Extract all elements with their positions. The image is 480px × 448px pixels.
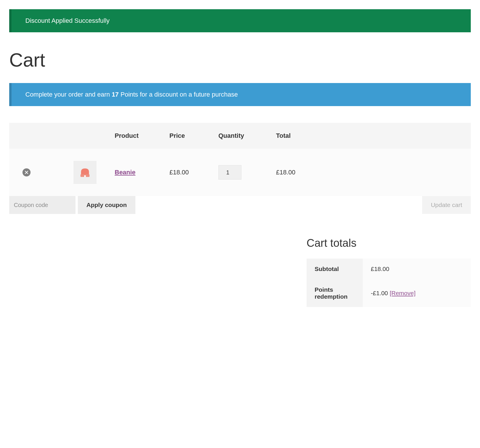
table-row: Beanie £18.00 £18.00	[9, 149, 471, 196]
page-title: Cart	[9, 49, 471, 71]
col-thumb	[60, 123, 110, 149]
quantity-input[interactable]	[218, 165, 241, 180]
totals-table: Subtotal £18.00 Points redemption -£1.00…	[307, 259, 471, 307]
cart-totals-title: Cart totals	[307, 237, 471, 249]
product-total: £18.00	[271, 149, 471, 196]
col-remove	[9, 123, 60, 149]
coupon-group: Apply coupon	[9, 196, 135, 214]
update-cart-button[interactable]: Update cart	[422, 196, 471, 214]
svg-rect-1	[84, 175, 86, 177]
points-notice-value: 17	[112, 91, 119, 98]
points-redemption-row: Points redemption -£1.00 [Remove]	[307, 279, 471, 307]
points-redemption-value: -£1.00 [Remove]	[363, 279, 471, 307]
subtotal-label: Subtotal	[307, 259, 363, 279]
subtotal-row: Subtotal £18.00	[307, 259, 471, 279]
apply-coupon-button[interactable]: Apply coupon	[78, 196, 135, 214]
cart-actions: Apply coupon Update cart	[9, 196, 471, 214]
points-notice-suffix: Points for a discount on a future purcha…	[119, 91, 238, 98]
remove-item-button[interactable]	[22, 168, 31, 176]
success-notice-text: Discount Applied Successfully	[25, 17, 109, 24]
product-thumbnail[interactable]	[73, 161, 97, 184]
points-notice: Complete your order and earn 17 Points f…	[9, 83, 471, 106]
success-notice: Discount Applied Successfully	[9, 9, 471, 32]
coupon-input[interactable]	[9, 196, 75, 214]
cart-totals-section: Cart totals Subtotal £18.00 Points redem…	[307, 237, 471, 307]
subtotal-value: £18.00	[363, 259, 471, 279]
col-total: Total	[271, 123, 471, 149]
points-redemption-label: Points redemption	[307, 279, 363, 307]
col-qty: Quantity	[214, 123, 271, 149]
close-icon	[25, 171, 28, 174]
product-price: £18.00	[165, 149, 214, 196]
cart-table: Product Price Quantity Total	[9, 123, 471, 196]
col-price: Price	[165, 123, 214, 149]
col-product: Product	[110, 123, 165, 149]
points-notice-prefix: Complete your order and earn	[25, 91, 112, 98]
points-redemption-amount: -£1.00	[371, 290, 390, 296]
product-link[interactable]: Beanie	[115, 169, 135, 176]
remove-points-link[interactable]: [Remove]	[390, 290, 415, 296]
beanie-icon	[78, 166, 92, 179]
